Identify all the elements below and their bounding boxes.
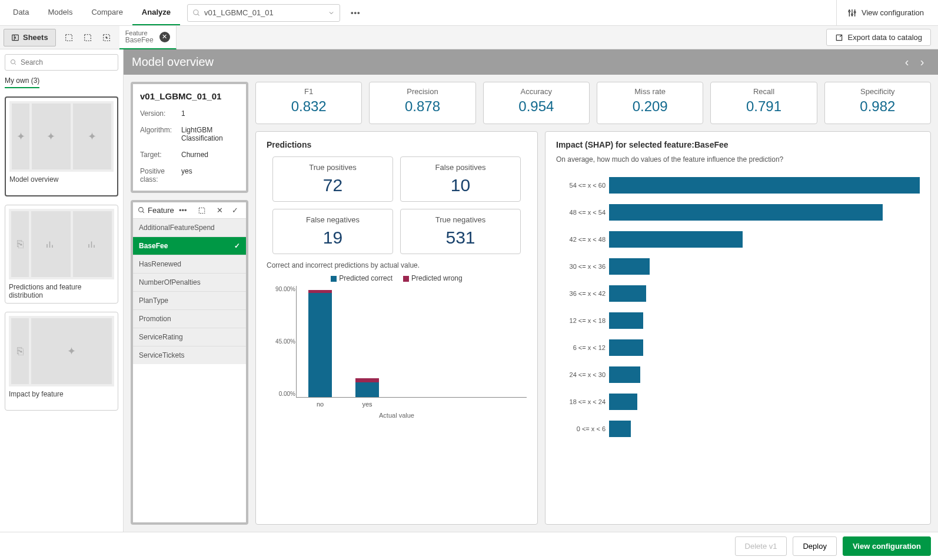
sheet-title: Predictions and feature distribution: [9, 283, 114, 299]
svg-line-15: [15, 64, 16, 65]
thumbnail: ⎘: [9, 209, 114, 279]
prev-sheet[interactable]: ‹: [899, 55, 914, 69]
shap-row: 30 <= x < 36: [556, 253, 920, 280]
shap-row: 48 <= x < 54: [556, 199, 920, 226]
next-sheet[interactable]: ›: [914, 55, 930, 69]
model-selector-value: v01_LGBMC_01_01: [204, 8, 328, 17]
more-icon[interactable]: •••: [177, 206, 189, 215]
thumbnail: ✦ ✦ ✦: [9, 101, 114, 172]
feature-chip-value: BaseFee: [125, 36, 154, 44]
delete-button: Delete v1: [735, 536, 787, 556]
algorithm-label: Algorithm:: [140, 126, 181, 142]
tab-data[interactable]: Data: [4, 0, 38, 25]
search-icon: [10, 59, 17, 66]
model-name: v01_LGBMC_01_01: [140, 91, 239, 101]
version-label: Version:: [140, 109, 181, 118]
metric-accuracy: Accuracy0.954: [483, 82, 590, 124]
metric-recall: Recall0.791: [710, 82, 817, 124]
tn-cell: True negatives 531: [400, 209, 521, 254]
sheet-card-model-overview[interactable]: ✦ ✦ ✦ Model overview: [5, 96, 118, 196]
pred-chart-title: Correct and incorrect predictions by act…: [267, 261, 527, 269]
predictions-bar-chart: 90.00%45.00%0.00% noyes: [296, 286, 527, 398]
legend-wrong-swatch: [403, 276, 409, 282]
tp-label: True positives: [278, 163, 388, 172]
view-config-button[interactable]: View configuration: [843, 536, 931, 556]
feature-item-numberofpenalties[interactable]: NumberOfPenalties: [133, 273, 246, 291]
tn-label: True negatives: [405, 215, 515, 224]
deploy-button[interactable]: Deploy: [793, 536, 836, 556]
version-value: 1: [181, 109, 239, 118]
tab-compare[interactable]: Compare: [82, 0, 132, 25]
confusion-matrix: True positives 72 False positives 10 Fal…: [272, 156, 521, 254]
posclass-label: Positive class:: [140, 167, 181, 184]
legend-wrong: Predicted wrong: [411, 274, 463, 282]
sidebar-myown[interactable]: My own (3): [5, 76, 39, 88]
export-icon: [835, 34, 843, 42]
metrics-row: F10.832Precision0.878Accuracy0.954Miss r…: [255, 82, 931, 124]
sheets-button-label: Sheets: [23, 33, 48, 42]
feature-item-servicetickets[interactable]: ServiceTickets: [133, 346, 246, 364]
view-configuration-top[interactable]: View configuration: [836, 0, 934, 25]
shap-desc: On average, how much do values of the fe…: [556, 155, 920, 164]
chevron-down-icon: [328, 9, 335, 16]
feature-item-hasrenewed[interactable]: HasRenewed: [133, 255, 246, 273]
fn-cell: False negatives 19: [272, 209, 393, 254]
top-tabs: Data Models Compare Analyze: [4, 0, 180, 25]
tab-models[interactable]: Models: [38, 0, 82, 25]
shap-panel: Impact (SHAP) for selected feature:BaseF…: [545, 131, 931, 525]
sidebar-search-input[interactable]: [21, 58, 113, 66]
feature-item-servicerating[interactable]: ServiceRating: [133, 328, 246, 346]
confirm-icon[interactable]: ✓: [228, 206, 241, 215]
svg-point-14: [11, 60, 15, 64]
sheet-card-predictions[interactable]: ⎘ Predictions and feature distribution: [5, 205, 118, 304]
metric-precision: Precision0.878: [369, 82, 475, 124]
feature-filter-chip[interactable]: Feature BaseFee ✕: [119, 26, 177, 49]
fn-label: False negatives: [278, 215, 388, 224]
metric-specificity: Specificity0.982: [824, 82, 931, 124]
shap-row: 42 <= x < 48: [556, 226, 920, 253]
shap-chart: 54 <= x < 6048 <= x < 5442 <= x < 4830 <…: [556, 172, 920, 442]
main: Model overview ‹ › v01_LGBMC_01_01 Versi…: [124, 49, 938, 532]
predictions-title: Predictions: [267, 140, 527, 149]
svg-line-23: [142, 211, 144, 213]
legend-correct-swatch: [331, 276, 337, 282]
svg-rect-11: [84, 34, 91, 41]
shap-row: 18 <= x < 24: [556, 388, 920, 415]
selection-tool-1[interactable]: [59, 29, 78, 46]
shap-row: 6 <= x < 12: [556, 334, 920, 361]
search-icon[interactable]: [138, 206, 145, 214]
close-icon[interactable]: ✕: [213, 206, 226, 215]
selection-icon[interactable]: [198, 206, 211, 215]
feature-item-additionalfeaturespend[interactable]: AdditionalFeatureSpend: [133, 218, 246, 236]
more-menu[interactable]: •••: [347, 5, 364, 21]
fp-label: False positives: [405, 163, 515, 172]
legend-correct: Predicted correct: [339, 274, 393, 282]
sheet-title: Impact by feature: [9, 390, 114, 406]
feature-item-plantype[interactable]: PlanType: [133, 291, 246, 309]
shap-row: 36 <= x < 42: [556, 280, 920, 307]
thumbnail: ⎘ ✦: [9, 316, 114, 386]
toolbar: Sheets Feature BaseFee ✕ Export data to …: [0, 26, 938, 49]
export-data-button[interactable]: Export data to catalog: [826, 29, 931, 46]
export-data-label: Export data to catalog: [848, 33, 922, 42]
panels-row: Predictions True positives 72 False posi…: [255, 131, 931, 525]
target-value: Churned: [181, 151, 239, 159]
svg-point-0: [194, 9, 198, 14]
feature-item-basefee[interactable]: BaseFee✓: [133, 236, 246, 255]
close-icon[interactable]: ✕: [159, 32, 170, 42]
bar-no: no: [308, 285, 332, 397]
tab-analyze[interactable]: Analyze: [132, 0, 180, 25]
sidebar-search[interactable]: [5, 54, 118, 71]
page-title: Model overview: [132, 55, 214, 69]
feature-item-promotion[interactable]: Promotion: [133, 309, 246, 328]
sheet-card-impact[interactable]: ⎘ ✦ Impact by feature: [5, 312, 118, 411]
feature-panel: Feature ••• ✕ ✓ AdditionalFeatureSpendBa…: [131, 200, 248, 525]
pred-legend: Predicted correct Predicted wrong: [267, 274, 527, 282]
selection-tool-2[interactable]: [78, 29, 97, 46]
svg-point-22: [139, 208, 144, 212]
algorithm-value: LightGBM Classification: [181, 126, 239, 142]
sheets-button[interactable]: Sheets: [4, 29, 56, 46]
svg-point-5: [851, 14, 853, 15]
model-selector[interactable]: v01_LGBMC_01_01: [187, 4, 340, 22]
selection-tool-3[interactable]: [97, 29, 116, 46]
